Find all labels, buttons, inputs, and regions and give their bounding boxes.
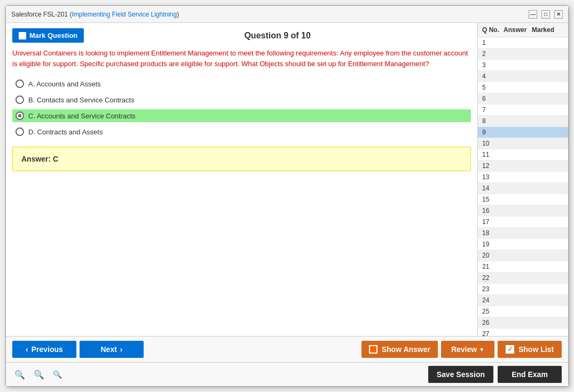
- show-list-button[interactable]: ✓ Show List: [498, 341, 562, 358]
- list-item[interactable]: 16: [478, 205, 568, 217]
- option-a-radio[interactable]: [15, 79, 24, 88]
- list-item[interactable]: 13: [478, 172, 568, 183]
- header-row: Mark Question Question 9 of 10: [12, 28, 471, 43]
- list-item[interactable]: 2: [478, 49, 568, 60]
- title-bar: Salesforce FSL-201 (Implementing Field S…: [6, 6, 568, 23]
- show-list-checkbox-icon: ✓: [506, 345, 514, 354]
- zoom-in-button[interactable]: 🔍: [12, 369, 27, 381]
- option-c-row[interactable]: C. Accounts and Service Contracts: [12, 109, 471, 122]
- list-item[interactable]: 8: [478, 116, 568, 127]
- review-button[interactable]: Review ▼: [441, 341, 494, 358]
- previous-button[interactable]: ‹ Previous: [12, 341, 76, 358]
- next-label: Next: [100, 345, 116, 354]
- list-item[interactable]: 25: [478, 306, 568, 317]
- prev-arrow-icon: ‹: [26, 345, 28, 354]
- col-answer-header: Answer: [504, 26, 532, 34]
- mark-question-label: Mark Question: [29, 31, 77, 39]
- next-arrow-icon: ›: [120, 345, 123, 354]
- col-q-header: Q No.: [482, 26, 504, 34]
- options-list: A. Accounts and Assets B. Contacts and S…: [12, 77, 471, 138]
- list-item[interactable]: 18: [478, 228, 568, 239]
- mark-question-button[interactable]: Mark Question: [12, 28, 84, 43]
- answer-box: Answer: C: [12, 147, 471, 171]
- list-item[interactable]: 14: [478, 183, 568, 194]
- footer-bar: 🔍 🔍 🔍 Save Session End Exam: [6, 362, 568, 386]
- option-b-label: B. Contacts and Service Contracts: [28, 96, 135, 104]
- option-d-label: D. Contracts and Assets: [28, 128, 103, 136]
- option-d-radio[interactable]: [15, 127, 24, 136]
- show-answer-checkbox-icon: [369, 345, 378, 354]
- question-list[interactable]: 1234567891011121314151617181920212223242…: [478, 37, 568, 336]
- option-c-label: C. Accounts and Service Contracts: [28, 112, 136, 120]
- bottom-bar: ‹ Previous Next › Show Answer Review ▼ ✓…: [6, 336, 568, 362]
- option-a-row[interactable]: A. Accounts and Assets: [12, 77, 471, 90]
- zoom-reset-button[interactable]: 🔍: [32, 369, 46, 381]
- option-b-row[interactable]: B. Contacts and Service Contracts: [12, 93, 471, 106]
- minimize-button[interactable]: —: [529, 10, 537, 19]
- option-c-radio[interactable]: [15, 111, 24, 120]
- window-title: Salesforce FSL-201 (Implementing Field S…: [11, 11, 179, 18]
- question-text: Universal Containers is looking to imple…: [12, 48, 471, 69]
- list-item[interactable]: 21: [478, 261, 568, 273]
- window-controls: — □ ✕: [529, 10, 563, 19]
- previous-label: Previous: [32, 345, 63, 354]
- content-area: Mark Question Question 9 of 10 Universal…: [6, 23, 568, 336]
- main-panel: Mark Question Question 9 of 10 Universal…: [6, 23, 477, 336]
- question-title: Question 9 of 10: [84, 31, 471, 41]
- main-window: Salesforce FSL-201 (Implementing Field S…: [5, 5, 569, 387]
- list-item[interactable]: 4: [478, 71, 568, 82]
- list-item[interactable]: 3: [478, 60, 568, 71]
- list-item[interactable]: 22: [478, 273, 568, 284]
- right-panel-header: Q No. Answer Marked: [478, 23, 568, 37]
- list-item[interactable]: 10: [478, 138, 568, 149]
- list-item[interactable]: 12: [478, 161, 568, 172]
- list-item[interactable]: 20: [478, 250, 568, 261]
- list-item[interactable]: 1: [478, 37, 568, 49]
- maximize-button[interactable]: □: [541, 10, 550, 19]
- list-item[interactable]: 26: [478, 317, 568, 329]
- list-item[interactable]: 24: [478, 295, 568, 306]
- list-item[interactable]: 19: [478, 239, 568, 250]
- list-item[interactable]: 6: [478, 93, 568, 105]
- close-button[interactable]: ✕: [554, 10, 563, 19]
- title-link: Implementing Field Service Lightning: [72, 11, 177, 18]
- option-b-radio[interactable]: [15, 95, 24, 104]
- show-answer-label: Show Answer: [382, 345, 430, 354]
- list-item[interactable]: 17: [478, 217, 568, 228]
- review-label: Review: [451, 345, 477, 354]
- show-list-label: Show List: [518, 345, 554, 354]
- mark-icon: [19, 32, 26, 39]
- list-item[interactable]: 11: [478, 149, 568, 161]
- option-d-row[interactable]: D. Contracts and Assets: [12, 125, 471, 138]
- save-session-button[interactable]: Save Session: [428, 366, 493, 383]
- list-item[interactable]: 15: [478, 194, 568, 205]
- list-item[interactable]: 23: [478, 284, 568, 295]
- next-button[interactable]: Next ›: [80, 341, 144, 358]
- right-panel: Q No. Answer Marked 12345678910111213141…: [478, 23, 568, 336]
- option-a-label: A. Accounts and Assets: [28, 80, 101, 88]
- list-item[interactable]: 9: [478, 127, 568, 138]
- list-item[interactable]: 5: [478, 82, 568, 93]
- zoom-out-button[interactable]: 🔍: [51, 369, 64, 380]
- col-marked-header: Marked: [532, 26, 564, 34]
- show-answer-button[interactable]: Show Answer: [361, 341, 438, 358]
- review-dropdown-icon: ▼: [479, 347, 484, 353]
- list-item[interactable]: 27: [478, 329, 568, 336]
- right-panel-wrapper: Q No. Answer Marked 12345678910111213141…: [477, 23, 568, 336]
- end-exam-button[interactable]: End Exam: [498, 366, 562, 383]
- list-item[interactable]: 7: [478, 105, 568, 116]
